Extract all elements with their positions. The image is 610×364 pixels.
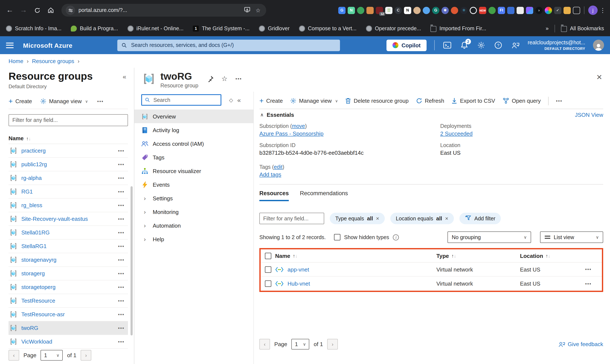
menu-group-help[interactable]: › Help: [134, 232, 253, 246]
menu-item-access-control[interactable]: Access control (IAM): [134, 137, 253, 150]
bookmark-item[interactable]: Compose to a Vert...: [299, 25, 357, 31]
resource-group-row[interactable]: StellaRG1 ⋯: [9, 240, 128, 253]
avatar-extension-icon[interactable]: [413, 7, 420, 14]
n-extension-icon[interactable]: N: [348, 7, 355, 14]
breadcrumb-resource-groups[interactable]: Resource groups: [32, 58, 74, 64]
account-info[interactable]: realcloudprojects@hot... DEFAULT DIRECTO…: [528, 40, 585, 51]
copilot-button[interactable]: Copilot: [387, 39, 427, 51]
bookmark-item[interactable]: The Grid System -...: [193, 25, 250, 31]
resource-group-link[interactable]: TestResource: [21, 298, 114, 304]
asterisk-extension-icon[interactable]: ✱: [442, 7, 449, 14]
browser-profile-avatar[interactable]: j: [588, 6, 598, 15]
more-options-icon[interactable]: ⋯: [97, 97, 104, 105]
row-more-icon[interactable]: ⋯: [118, 160, 124, 168]
resource-group-row[interactable]: rg_bless ⋯: [9, 199, 128, 212]
resource-group-row[interactable]: public12rg ⋯: [9, 158, 128, 171]
blade-more-icon[interactable]: ⋯: [235, 75, 242, 82]
move-link[interactable]: move: [292, 123, 305, 129]
resource-group-row[interactable]: TestResource-asr ⋯: [9, 308, 128, 321]
favorite-star-icon[interactable]: ☆: [221, 75, 228, 83]
remove-filter-icon[interactable]: ×: [445, 215, 448, 222]
resource-group-link[interactable]: Site-Recovery-vault-eastus: [21, 216, 114, 222]
quote-extension-icon[interactable]: ›: [535, 7, 542, 14]
deployments-link[interactable]: 2 Succeeded: [440, 130, 473, 137]
menu-group-monitoring[interactable]: › Monitoring: [134, 205, 253, 219]
row-more-icon[interactable]: ⋯: [118, 174, 124, 182]
refresh-button[interactable]: Refresh: [416, 98, 444, 104]
row-more-icon[interactable]: ⋯: [118, 297, 124, 305]
rings-extension-icon[interactable]: [470, 7, 477, 14]
tab-recommendations[interactable]: Recommendations: [300, 190, 348, 201]
next-page-button[interactable]: ›: [81, 350, 91, 361]
row-more-icon[interactable]: ⋯: [118, 242, 124, 250]
camera-extension-icon[interactable]: [545, 7, 552, 14]
global-search-input[interactable]: [130, 42, 336, 49]
back-icon[interactable]: ←: [4, 5, 15, 16]
bookmark-item[interactable]: iRuler.net - Online...: [127, 25, 183, 31]
manage-view-button[interactable]: Manage view ∨: [290, 98, 338, 104]
row-checkbox[interactable]: [265, 266, 271, 273]
resource-group-link[interactable]: Stella01RG: [21, 229, 114, 236]
bookmark-item[interactable]: Build a Progra...: [71, 25, 118, 31]
shield-extension-icon[interactable]: 12: [376, 7, 383, 14]
resource-group-row[interactable]: storagerg ⋯: [9, 267, 128, 280]
page-select[interactable]: 1 ∨: [41, 350, 63, 361]
resource-group-row[interactable]: storagetoperg ⋯: [9, 280, 128, 294]
grid-extension-icon[interactable]: [526, 7, 533, 14]
doc-extension-icon[interactable]: [516, 7, 524, 14]
grammarly-extension-icon[interactable]: G: [432, 7, 439, 14]
resource-group-row[interactable]: storagenavyrg ⋯: [9, 253, 128, 267]
folder-extension-icon[interactable]: [564, 7, 571, 14]
resource-group-row[interactable]: rg-alpha ⋯: [9, 171, 128, 185]
show-hidden-checkbox[interactable]: [334, 234, 340, 240]
resource-group-link[interactable]: practicerg: [21, 147, 114, 154]
export-to-csv-button[interactable]: Export to CSV: [451, 98, 495, 104]
resource-link[interactable]: app-vnet: [287, 266, 309, 273]
add-filter-button[interactable]: Add filter: [460, 213, 501, 224]
create-button[interactable]: + Create: [9, 98, 32, 105]
breadcrumb-home[interactable]: Home: [9, 58, 23, 64]
resource-link[interactable]: Hub-vnet: [287, 280, 310, 287]
resource-group-row[interactable]: Stella01RG ⋯: [9, 226, 128, 240]
resource-group-link[interactable]: VicWorkload: [21, 338, 114, 345]
menu-item-tags[interactable]: Tags: [134, 150, 253, 164]
resource-group-link[interactable]: StellaRG1: [21, 243, 114, 249]
resource-group-link[interactable]: storagetoperg: [21, 284, 114, 290]
site-settings-icon[interactable]: [66, 6, 75, 15]
grouping-dropdown[interactable]: No grouping ∨: [447, 232, 531, 243]
bookmark-item[interactable]: Operator precede...: [366, 25, 421, 31]
next-page-button[interactable]: ›: [327, 339, 338, 350]
feedback-icon[interactable]: [511, 40, 520, 50]
filter-pill[interactable]: Type equals all ×: [330, 213, 385, 224]
row-more-icon[interactable]: ⋯: [118, 201, 124, 209]
collapse-menu-icon[interactable]: «: [237, 96, 241, 104]
fi-extension-icon[interactable]: FI: [498, 7, 505, 14]
delete-resource-group-button[interactable]: Delete resource group: [345, 98, 408, 104]
react-extension-icon[interactable]: ⚛: [460, 7, 468, 14]
name-column-header[interactable]: Name ↑↓: [9, 133, 128, 144]
info-icon[interactable]: i: [393, 234, 399, 240]
essentials-heading[interactable]: Essentials: [267, 112, 294, 118]
duck-extension-icon[interactable]: [451, 7, 458, 14]
resource-group-row[interactable]: VicWorkload ⋯: [9, 335, 128, 349]
toolbar-more-icon[interactable]: ⋯: [556, 97, 562, 105]
page-select[interactable]: 1 ∨: [292, 339, 310, 350]
all-bookmarks-button[interactable]: All Bookmarks: [561, 25, 604, 32]
bookmark-item[interactable]: Scratch Info - Ima...: [6, 25, 61, 31]
row-more-icon[interactable]: ⋯: [118, 256, 124, 264]
prev-page-button[interactable]: ‹: [259, 339, 270, 350]
edit-tags-link[interactable]: edit: [274, 164, 282, 170]
resource-group-link[interactable]: rg-alpha: [21, 175, 114, 181]
translate-extension-icon[interactable]: G: [338, 7, 346, 14]
add-tags-link[interactable]: Add tags: [259, 171, 281, 178]
check-extension-icon[interactable]: ✓: [554, 7, 561, 14]
row-more-icon[interactable]: ⋯: [585, 280, 602, 287]
diamond-icon[interactable]: ◇: [229, 97, 233, 103]
resource-group-link[interactable]: storagerg: [21, 270, 114, 277]
manage-view-button[interactable]: Manage view ∨: [40, 98, 88, 104]
forward-icon[interactable]: →: [18, 5, 29, 16]
resource-group-link[interactable]: TestResource-asr: [21, 311, 114, 318]
row-more-icon[interactable]: ⋯: [118, 283, 124, 291]
row-checkbox[interactable]: [265, 280, 271, 287]
url-text[interactable]: portal.azure.com/?...: [79, 7, 240, 13]
